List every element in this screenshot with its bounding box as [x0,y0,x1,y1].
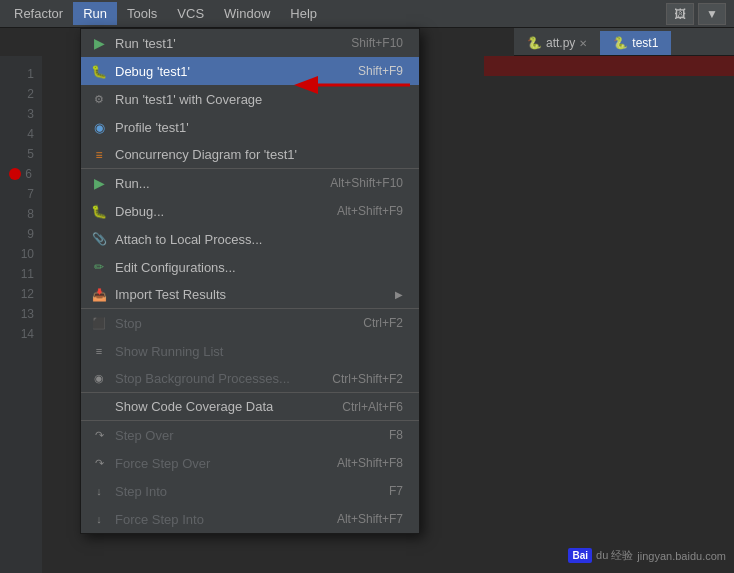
menu-shortcut-step-over: F8 [389,428,403,442]
line-14: 14 [0,324,34,344]
line-12: 12 [0,284,34,304]
menu-item-concurrency[interactable]: ≡ Concurrency Diagram for 'test1' [81,141,419,169]
menu-shortcut-run-dots: Alt+Shift+F10 [330,176,403,190]
menu-item-force-step-over: ↷ Force Step Over Alt+Shift+F8 [81,449,419,477]
line-7: 7 [0,184,34,204]
line-number-gutter: 1 2 3 4 5 6 7 8 9 10 11 12 13 14 [0,56,42,573]
menu-label-attach-local: Attach to Local Process... [115,232,363,247]
stop-icon: ⬛ [89,313,109,333]
menu-label-run-coverage: Run 'test1' with Coverage [115,92,363,107]
submenu-arrow: ▶ [395,289,403,300]
line-6: 6 [0,164,34,184]
menubar: Refactor Run Tools VCS Window Help 🖼 ▼ [0,0,734,28]
menu-item-profile-test1[interactable]: ◉ Profile 'test1' [81,113,419,141]
line-3: 3 [0,104,34,124]
menu-shortcut-stop-bg: Ctrl+Shift+F2 [332,372,403,386]
menubar-item-window[interactable]: Window [214,2,280,25]
step-over-icon: ↷ [89,425,109,445]
coverage-icon: ⚙ [89,89,109,109]
menu-label-edit-configs: Edit Configurations... [115,260,363,275]
tab-att-py-label: att.py [546,36,575,50]
force-step-into-icon: ↓ [89,509,109,529]
menu-item-edit-configs[interactable]: ✏ Edit Configurations... [81,253,419,281]
menu-item-step-over: ↷ Step Over F8 [81,421,419,449]
image-icon-btn[interactable]: 🖼 [666,3,694,25]
debug-icon: 🐛 [89,61,109,81]
dropdown-icon-btn[interactable]: ▼ [698,3,726,25]
menu-item-run-dots[interactable]: ▶ Run... Alt+Shift+F10 [81,169,419,197]
line-1: 1 [0,64,34,84]
line-11: 11 [0,264,34,284]
show-coverage-icon [89,397,109,417]
baidu-suffix: du 经验 [596,548,633,563]
menu-label-stop: Stop [115,316,323,331]
edit-configs-icon: ✏ [89,257,109,277]
menu-label-import-test: Import Test Results [115,287,347,302]
menu-label-run-test1: Run 'test1' [115,36,311,51]
run-icon: ▶ [89,33,109,53]
menu-item-show-coverage[interactable]: Show Code Coverage Data Ctrl+Alt+F6 [81,393,419,421]
step-into-icon: ↓ [89,481,109,501]
tab-test1-label: test1 [632,36,658,50]
menu-shortcut-force-step-over: Alt+Shift+F8 [337,456,403,470]
menu-label-force-step-into: Force Step Into [115,512,297,527]
menu-label-stop-bg: Stop Background Processes... [115,371,292,386]
baidu-url: jingyan.baidu.com [637,550,726,562]
tab-att-py[interactable]: 🐍 att.py ✕ [514,31,600,55]
menu-label-profile-test1: Profile 'test1' [115,120,363,135]
menu-item-attach-local[interactable]: 📎 Attach to Local Process... [81,225,419,253]
stop-bg-icon: ◉ [89,369,109,389]
menu-item-force-step-into: ↓ Force Step Into Alt+Shift+F7 [81,505,419,533]
menu-label-show-coverage: Show Code Coverage Data [115,399,302,414]
line-10: 10 [0,244,34,264]
tab-att-py-close[interactable]: ✕ [579,38,587,49]
tab-bar: 🐍 att.py ✕ 🐍 test1 [514,28,734,56]
breakpoint-dot[interactable] [9,168,21,180]
menu-label-concurrency: Concurrency Diagram for 'test1' [115,147,363,162]
menu-shortcut-debug-dots: Alt+Shift+F9 [337,204,403,218]
menu-label-debug-dots: Debug... [115,204,297,219]
concurrency-icon: ≡ [89,145,109,165]
menu-shortcut-run-test1: Shift+F10 [351,36,403,50]
line-9: 9 [0,224,34,244]
menu-item-stop: ⬛ Stop Ctrl+F2 [81,309,419,337]
menu-item-run-coverage[interactable]: ⚙ Run 'test1' with Coverage [81,85,419,113]
import-test-icon: 📥 [89,285,109,305]
menubar-item-run[interactable]: Run [73,2,117,25]
menu-item-debug-dots[interactable]: 🐛 Debug... Alt+Shift+F9 [81,197,419,225]
watermark: Bai du 经验 jingyan.baidu.com [568,548,726,563]
run-dropdown-menu: ▶ Run 'test1' Shift+F10 🐛 Debug 'test1' … [80,28,420,534]
menu-label-debug-test1: Debug 'test1' [115,64,318,79]
menu-shortcut-show-coverage: Ctrl+Alt+F6 [342,400,403,414]
menu-label-step-into: Step Into [115,484,349,499]
profile-icon: ◉ [89,117,109,137]
line-13: 13 [0,304,34,324]
run-dots-icon: ▶ [89,173,109,193]
attach-icon: 📎 [89,229,109,249]
menu-label-force-step-over: Force Step Over [115,456,297,471]
menu-item-debug-test1[interactable]: 🐛 Debug 'test1' Shift+F9 [81,57,419,85]
menubar-item-vcs[interactable]: VCS [167,2,214,25]
menubar-item-refactor[interactable]: Refactor [4,2,73,25]
line-2: 2 [0,84,34,104]
line-8: 8 [0,204,34,224]
tab-test1[interactable]: 🐍 test1 [600,31,671,55]
menu-item-stop-bg: ◉ Stop Background Processes... Ctrl+Shif… [81,365,419,393]
menu-item-import-test[interactable]: 📥 Import Test Results ▶ [81,281,419,309]
menubar-item-tools[interactable]: Tools [117,2,167,25]
menu-label-step-over: Step Over [115,428,349,443]
menu-label-show-running: Show Running List [115,344,363,359]
force-step-over-icon: ↷ [89,453,109,473]
menubar-item-help[interactable]: Help [280,2,327,25]
baidu-logo: Bai [568,548,592,563]
menu-label-run-dots: Run... [115,176,290,191]
menu-item-run-test1[interactable]: ▶ Run 'test1' Shift+F10 [81,29,419,57]
menu-shortcut-step-into: F7 [389,484,403,498]
line-5: 5 [0,144,34,164]
tab-test1-icon: 🐍 [613,36,628,50]
tab-att-py-icon: 🐍 [527,36,542,50]
editor-highlight-bar [484,56,734,76]
debug-dots-icon: 🐛 [89,201,109,221]
menu-shortcut-force-step-into: Alt+Shift+F7 [337,512,403,526]
menu-item-step-into: ↓ Step Into F7 [81,477,419,505]
